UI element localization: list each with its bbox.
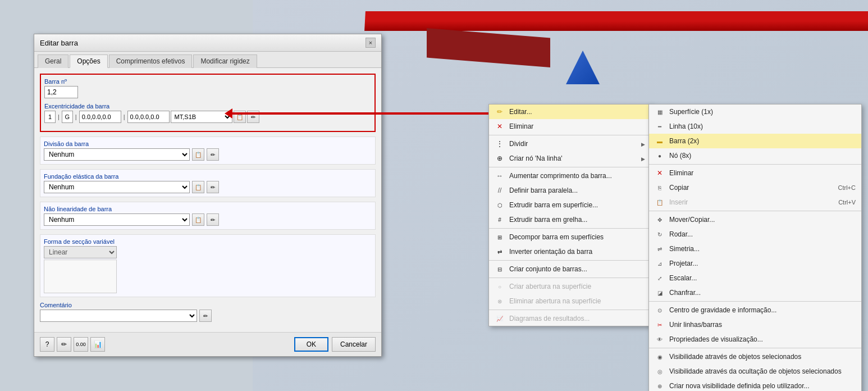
cancel-button[interactable]: Cancelar [332,337,376,352]
sub-escalar[interactable]: ⤢ Escalar... [649,271,861,285]
node-icon: ⊕ [495,153,505,163]
sub-copiar[interactable]: ⎘ Copiar Ctrl+C [649,180,861,195]
tab-modificar[interactable]: Modificar rigidez [193,54,257,68]
ctx-extrudir-grelha[interactable]: # Extrudir barra em grelha... [489,212,651,227]
info-button[interactable]: 📊 [90,337,105,352]
sub-vis1[interactable]: ◉ Visibilidade através de objetos seleci… [649,349,861,364]
sub-mover[interactable]: ✥ Mover/Copiar... [649,212,861,227]
ctx-diagramas: 📈 Diagramas de resultados... [489,311,651,326]
tab-geral[interactable]: Geral [38,54,68,68]
red-section: Barra nº Excentricidade da barra | | | M… [40,74,376,132]
red-arrow [230,112,500,115]
fundacao-btn2[interactable]: ✏ [207,181,219,193]
ctx-arrow-no [641,154,645,162]
ctx-criar-no[interactable]: ⊕ Criar nó 'Na linha' [489,151,651,166]
rotate-icon: ↻ [655,229,665,239]
barra-label: Barra nº [44,78,371,85]
sub-sep4 [649,348,861,348]
ctx-sep5 [489,278,651,278]
nao-linear-row: Nenhum 📋 ✏ [44,213,372,226]
forma-select[interactable]: Linear [44,246,117,258]
sub-rodar[interactable]: ↻ Rodar... [649,227,861,242]
divisao-btn2[interactable]: ✏ [207,148,219,161]
edit-bar-dialog: Editar barra × Geral Opções Comprimentos… [34,34,382,357]
value-button[interactable]: 0.00 [74,337,88,352]
nao-linear-btn1[interactable]: 📋 [192,213,204,226]
symmetry-icon: ⇌ [655,244,665,254]
fundacao-section: Fundação elástica da barra Nenhum 📋 ✏ [40,169,376,197]
node2-icon: ● [655,151,665,161]
ecc-coords1-input[interactable] [79,111,121,123]
ctx-dividir[interactable]: ⋮ Dividir [489,137,651,151]
ok-button[interactable]: OK [294,337,328,352]
sub-unir[interactable]: ✂ Unir linhas/barras [649,317,861,332]
ctx-arrow-dividir [641,140,645,148]
ctx-sep1 [489,135,651,135]
sub-projetar[interactable]: ⊿ Projetar... [649,256,861,271]
ctx-sep3 [489,228,651,229]
dialog-title: Editar barra [40,39,78,47]
vis2-icon: ◎ [655,366,665,376]
sub-sep3 [649,301,861,302]
sub-shortcut-copiar: Ctrl+C [838,184,856,191]
sub-linha[interactable]: ━ Linha (10x) [649,119,861,134]
sub-chanfrar[interactable]: ◪ Chanfrar... [649,285,861,300]
forma-row: Linear [44,246,372,293]
sub-superficie[interactable]: ▦ Superfície (1x) [649,104,861,119]
nao-linear-select[interactable]: Nenhum [44,213,190,226]
sub-vis2[interactable]: ◎ Visibilidade através da ocultação de o… [649,364,861,379]
fundacao-label: Fundação elástica da barra [44,173,372,180]
sub-sep1 [649,164,861,165]
sub-simetria[interactable]: ⇌ Simetria... [649,242,861,256]
nao-linear-btn2[interactable]: ✏ [207,213,219,226]
vis1-icon: ◉ [655,352,665,362]
sub-no[interactable]: ● Nó (8x) [649,148,861,163]
tab-comprimentos[interactable]: Comprimentos efetivos [109,54,193,68]
diagram-icon: 📈 [495,313,505,324]
ctx-editar[interactable]: ✏ Editar... [489,104,651,119]
extrude-icon: ⬡ [495,200,505,210]
sub-inserir: 📋 Inserir Ctrl+V [649,195,861,210]
sub-cog[interactable]: ⊙ Centro de gravidade e informação... [649,303,861,317]
ctx-paralela[interactable]: // Definir barra paralela... [489,183,651,198]
divisao-select[interactable]: Nenhum [44,148,190,161]
ctx-inverter[interactable]: ⇄ Inverter orientação da barra [489,244,651,259]
line-icon: ━ [655,121,665,131]
ctx-sep2 [489,167,651,167]
barra-input[interactable] [44,86,78,98]
decomp-icon: ⊞ [495,232,505,242]
submenu: ▦ Superfície (1x) ━ Linha (10x) ▬ Barra … [648,104,862,391]
footer-left: ? ✏ 0.00 📊 [40,337,105,352]
fundacao-select[interactable]: Nenhum [44,181,190,193]
sub-eliminar[interactable]: ✕ Eliminar [649,166,861,180]
sub-barra[interactable]: ▬ Barra (2x) [649,134,861,148]
ctx-sep6 [489,310,651,310]
ecc-num-input[interactable] [44,111,56,123]
ecc-select[interactable]: MT,S1B [171,111,232,123]
ecc-separator3: | [122,113,126,120]
fundacao-btn1[interactable]: 📋 [192,181,204,193]
ctx-conjunto[interactable]: ⊟ Criar conjunto de barras... [489,262,651,276]
sub-vis3[interactable]: ⊕ Criar nova visibilidade definida pelo … [649,379,861,391]
comentario-select[interactable] [40,310,197,322]
comentario-row: ✏ [40,310,376,322]
help-button[interactable]: ? [40,337,54,352]
ecc-g-input[interactable] [62,111,73,123]
tab-opcoes[interactable]: Opções [70,54,107,68]
edit-button[interactable]: ✏ [57,337,71,352]
ctx-eliminar[interactable]: ✕ Eliminar [489,119,651,134]
ecc-coords2-input[interactable] [127,111,170,123]
comentario-btn[interactable]: ✏ [199,310,212,322]
sub-shortcut-inserir: Ctrl+V [838,199,856,206]
sub-visual[interactable]: 👁 Propriedades de visualização... [649,332,861,347]
divide-icon: ⋮ [495,139,505,149]
vis3-icon: ⊕ [655,381,665,391]
ctx-aumentar[interactable]: ↔ Aumentar comprimento da barra... [489,169,651,183]
ctx-extrudir-sup[interactable]: ⬡ Extrudir barra em superfície... [489,198,651,212]
scale-icon: ⤢ [655,273,665,283]
close-button[interactable]: × [366,38,376,48]
ctx-decompor[interactable]: ⊞ Decompor barra em superfícies [489,230,651,244]
divisao-btn1[interactable]: 📋 [192,148,204,161]
context-menu: ✏ Editar... ✕ Eliminar ⋮ Dividir ⊕ Criar… [488,104,651,326]
ctx-criar-abertura: ○ Criar abertura na superfície [489,279,651,294]
